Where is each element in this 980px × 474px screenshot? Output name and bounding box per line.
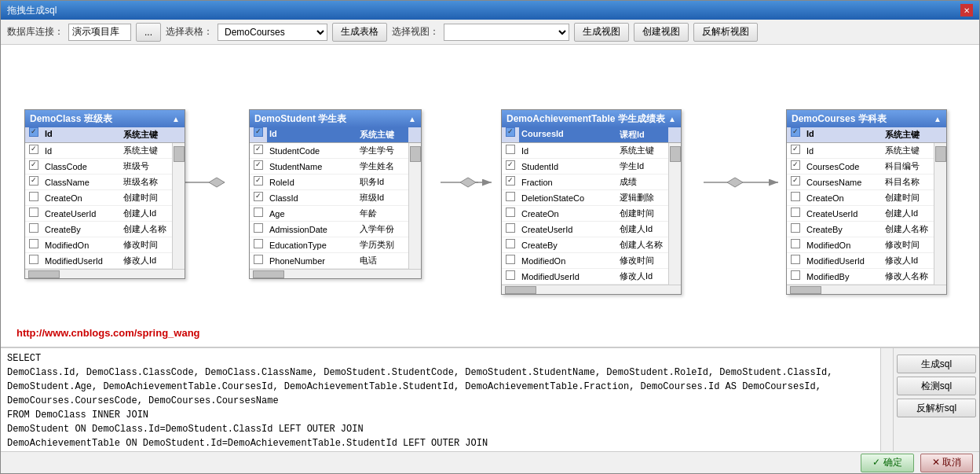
table-row[interactable]: Id 系统主键	[502, 143, 668, 159]
row-checkbox[interactable]	[787, 176, 804, 188]
row-checkbox[interactable]	[25, 192, 42, 204]
row-checkbox[interactable]	[787, 208, 804, 219]
row-checkbox[interactable]	[787, 160, 804, 172]
table-row[interactable]: RoleId 职务Id	[250, 175, 408, 190]
table-row[interactable]: ModifiedOn 修改时间	[787, 237, 934, 253]
table-row[interactable]: CoursesName 科目名称	[787, 175, 934, 190]
gen-view-button[interactable]: 生成视图	[574, 23, 629, 42]
row-checkbox[interactable]	[502, 192, 519, 204]
table-row[interactable]: ModifiedUserId 修改人Id	[25, 253, 172, 269]
table-row[interactable]: AdmissionDate 入学年份	[250, 222, 408, 237]
table-hscroll[interactable]	[502, 285, 681, 294]
table-row[interactable]: CreateOn 创建时间	[502, 206, 668, 222]
table-row[interactable]: CreateUserId 创建人Id	[787, 206, 934, 222]
table-row[interactable]: ModifiedBy 修改人名称	[787, 269, 934, 285]
table-collapse-t1[interactable]: ▲	[172, 115, 180, 123]
row-checkbox[interactable]	[250, 223, 267, 235]
row-checkbox[interactable]	[787, 255, 804, 266]
table-row[interactable]: DeletionStateCo 逻辑删除	[502, 190, 668, 206]
row-checkbox[interactable]	[250, 192, 267, 204]
row-checkbox[interactable]	[787, 192, 804, 204]
row-checkbox[interactable]	[502, 270, 519, 282]
table-scrollbar[interactable]	[934, 143, 946, 285]
table-header-t3[interactable]: DemoAchievementTable 学生成绩表▲	[502, 110, 681, 127]
table-row[interactable]: CreateOn 创建时间	[787, 190, 934, 206]
table-row[interactable]: Fraction 成绩	[502, 175, 668, 190]
table-row[interactable]: CreateBy 创建人名称	[502, 237, 668, 253]
row-checkbox[interactable]	[787, 223, 804, 235]
row-checkbox[interactable]	[787, 145, 804, 156]
table-row[interactable]: Id 系统主键	[25, 143, 172, 159]
table-header-t4[interactable]: DemoCourses 学科表▲	[787, 110, 946, 127]
row-checkbox[interactable]	[502, 223, 519, 235]
row-checkbox[interactable]	[25, 223, 42, 235]
table-row[interactable]: ModifiedOn 修改时间	[502, 253, 668, 269]
row-checkbox[interactable]	[25, 239, 42, 251]
table-collapse-t3[interactable]: ▲	[668, 115, 676, 123]
table-row[interactable]: CoursesCode 科目编号	[787, 159, 934, 175]
row-checkbox[interactable]	[250, 239, 267, 251]
row-checkbox[interactable]	[250, 176, 267, 188]
table-row[interactable]: CreateBy 创建人名称	[787, 222, 934, 237]
row-checkbox[interactable]	[250, 255, 267, 266]
sql-scrollbar[interactable]	[880, 348, 893, 451]
row-checkbox[interactable]	[502, 160, 519, 172]
table-scrollbar[interactable]	[172, 143, 185, 269]
table-row[interactable]: ModifiedUserId 修改人Id	[787, 253, 934, 269]
table-header-t2[interactable]: DemoStudent 学生表▲	[250, 110, 421, 127]
db-browse-button[interactable]: ...	[136, 23, 161, 42]
table-scrollbar[interactable]	[668, 143, 681, 285]
table-hscroll[interactable]	[250, 269, 421, 278]
close-button[interactable]: ✕	[960, 4, 973, 17]
row-checkbox[interactable]	[787, 270, 804, 282]
reverse-view-button[interactable]: 反解析视图	[693, 23, 758, 42]
table-row[interactable]: Age 年龄	[250, 206, 408, 222]
table-collapse-t2[interactable]: ▲	[408, 115, 416, 123]
table-row[interactable]: StudentCode 学生学号	[250, 143, 408, 159]
row-checkbox[interactable]	[25, 145, 42, 156]
row-checkbox[interactable]	[25, 255, 42, 266]
table-row[interactable]: CreateUserId 创建人Id	[25, 206, 172, 222]
view-select[interactable]	[444, 24, 569, 41]
table-row[interactable]: ClassName 班级名称	[25, 175, 172, 190]
table-select[interactable]: DemoCourses	[218, 24, 327, 41]
table-scrollbar[interactable]	[408, 143, 421, 269]
row-checkbox[interactable]	[502, 145, 519, 156]
row-checkbox[interactable]	[25, 208, 42, 219]
row-checkbox[interactable]	[502, 239, 519, 251]
table-collapse-t4[interactable]: ▲	[934, 115, 942, 123]
table-row[interactable]: CreateUserId 创建人Id	[502, 222, 668, 237]
cancel-button[interactable]: ✕ 取消	[920, 454, 973, 472]
create-view-button[interactable]: 创建视图	[634, 23, 689, 42]
sql-textarea[interactable]	[1, 348, 880, 451]
blog-link[interactable]: http://www.cnblogs.com/spring_wang	[16, 327, 200, 339]
table-row[interactable]: ModifiedOn 修改时间	[25, 237, 172, 253]
row-checkbox[interactable]	[250, 145, 267, 156]
table-row[interactable]: Id 系统主键	[787, 143, 934, 159]
table-row[interactable]: ClassCode 班级号	[25, 159, 172, 175]
table-hscroll[interactable]	[787, 285, 946, 294]
canvas-area[interactable]: http://www.cnblogs.com/spring_wang DemoC…	[1, 45, 979, 347]
gen-table-button[interactable]: 生成表格	[332, 23, 387, 42]
table-row[interactable]: StudentId 学生Id	[502, 159, 668, 175]
table-row[interactable]: ClassId 班级Id	[250, 190, 408, 206]
reverse-sql-button[interactable]: 反解析sql	[897, 399, 976, 417]
row-checkbox[interactable]	[787, 239, 804, 251]
table-hscroll[interactable]	[25, 269, 185, 278]
table-row[interactable]: EducationType 学历类别	[250, 237, 408, 253]
table-header-t1[interactable]: DemoClass 班级表▲	[25, 110, 185, 127]
row-checkbox[interactable]	[502, 255, 519, 266]
row-checkbox[interactable]	[502, 208, 519, 219]
check-sql-button[interactable]: 检测sql	[897, 377, 976, 395]
db-input[interactable]	[68, 24, 131, 41]
table-row[interactable]: PhoneNumber 电话	[250, 253, 408, 269]
row-checkbox[interactable]	[250, 160, 267, 172]
ok-button[interactable]: ✓ 确定	[861, 454, 913, 472]
row-checkbox[interactable]	[25, 160, 42, 172]
table-row[interactable]: CreateOn 创建时间	[25, 190, 172, 206]
table-row[interactable]: CreateBy 创建人名称	[25, 222, 172, 237]
gen-sql-button[interactable]: 生成sql	[897, 355, 976, 373]
row-checkbox[interactable]	[25, 176, 42, 188]
row-checkbox[interactable]	[250, 208, 267, 219]
row-checkbox[interactable]	[502, 176, 519, 188]
